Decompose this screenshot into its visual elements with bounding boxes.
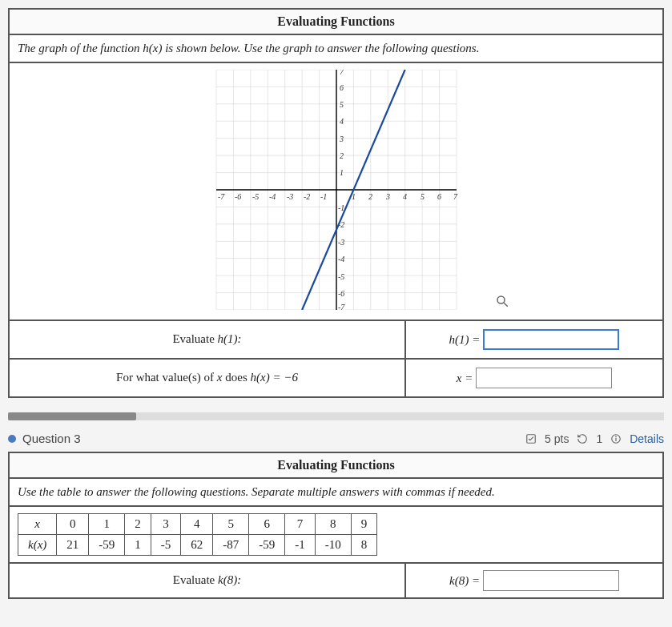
function-graph: -7-6-5-4-3-2-1 1234567 7654321 -1-2-3-4-… bbox=[152, 70, 521, 310]
x-answer-input[interactable] bbox=[476, 368, 612, 388]
row-header-kx: k(x) bbox=[18, 535, 57, 556]
attempts-label: 1 bbox=[596, 432, 602, 445]
q3-panel: Evaluating Functions Use the table to an… bbox=[8, 452, 664, 599]
q3-eval-fn: k(8): bbox=[218, 573, 241, 586]
svg-text:-7: -7 bbox=[338, 303, 345, 310]
question-status-dot bbox=[8, 435, 16, 443]
svg-text:-6: -6 bbox=[235, 192, 241, 201]
k-cell: -10 bbox=[315, 535, 351, 556]
svg-text:-1: -1 bbox=[320, 192, 327, 201]
q3-eval-prompt: Evaluate k(8): bbox=[10, 564, 406, 597]
q3-eval-pre: Evaluate bbox=[173, 573, 218, 586]
check-square-icon bbox=[525, 433, 537, 444]
q2-row-evaluate-h1: Evaluate h(1): h(1) = bbox=[10, 321, 662, 360]
svg-text:5: 5 bbox=[421, 192, 425, 201]
svg-text:-3: -3 bbox=[287, 192, 293, 201]
q2-instr-fn: h(x) bbox=[143, 42, 162, 54]
q2-instruction: The graph of the function h(x) is shown … bbox=[10, 35, 662, 63]
k-cell: -59 bbox=[249, 535, 285, 556]
k-cell: 62 bbox=[181, 535, 213, 556]
k-cell: -1 bbox=[285, 535, 316, 556]
info-icon[interactable] bbox=[610, 433, 622, 444]
x-cell: 4 bbox=[181, 514, 213, 535]
q2-instr-pre: The graph of the function bbox=[18, 42, 143, 54]
x-cell: 1 bbox=[89, 514, 125, 535]
svg-text:-5: -5 bbox=[252, 192, 259, 201]
reset-icon[interactable] bbox=[577, 433, 588, 444]
kx-table-wrap: x 0 1 2 3 4 5 6 7 8 9 k(x) 21 -59 1 -5 6… bbox=[10, 513, 662, 556]
svg-text:1: 1 bbox=[340, 168, 344, 177]
x-cell: 2 bbox=[125, 514, 151, 535]
q2-title: Evaluating Functions bbox=[10, 10, 662, 35]
svg-text:2: 2 bbox=[340, 151, 344, 160]
q2-instr-post: is shown below. Use the graph to answer … bbox=[162, 42, 479, 54]
q2-row2-fn: h(x) = −6 bbox=[251, 371, 298, 384]
x-cell: 8 bbox=[315, 514, 351, 535]
row-header-x: x bbox=[18, 514, 57, 535]
graph-container: -7-6-5-4-3-2-1 1234567 7654321 -1-2-3-4-… bbox=[10, 63, 662, 321]
svg-text:-7: -7 bbox=[218, 192, 225, 201]
q2-row2-var: x bbox=[217, 371, 223, 384]
q2-row2-pre: For what value(s) of bbox=[116, 371, 217, 384]
question-3-label[interactable]: Question 3 bbox=[22, 432, 81, 445]
svg-point-67 bbox=[616, 436, 617, 436]
k-cell: 21 bbox=[57, 535, 89, 556]
x-cell: 9 bbox=[351, 514, 377, 535]
q2-row1-answer-cell: h(1) = bbox=[406, 321, 662, 358]
q3-title: Evaluating Functions bbox=[10, 453, 662, 479]
table-row: x 0 1 2 3 4 5 6 7 8 9 bbox=[18, 514, 377, 535]
svg-text:4: 4 bbox=[403, 192, 407, 201]
svg-text:6: 6 bbox=[340, 83, 344, 92]
k-cell: -87 bbox=[213, 535, 249, 556]
svg-text:-4: -4 bbox=[338, 255, 344, 263]
svg-text:4: 4 bbox=[340, 117, 344, 126]
q3-eval-answer-label: k(8) = bbox=[449, 574, 480, 588]
svg-text:7: 7 bbox=[453, 192, 458, 201]
x-cell: 6 bbox=[249, 514, 285, 535]
details-link[interactable]: Details bbox=[630, 432, 664, 445]
svg-text:3: 3 bbox=[339, 135, 344, 143]
svg-text:-3: -3 bbox=[338, 238, 344, 247]
svg-point-62 bbox=[497, 296, 505, 303]
q2-row1-pre: Evaluate bbox=[172, 332, 217, 345]
x-cell: 3 bbox=[151, 514, 181, 535]
h1-answer-input[interactable] bbox=[483, 329, 619, 350]
question-3-header: Question 3 5 pts 1 Details bbox=[8, 432, 664, 445]
k-cell: -59 bbox=[89, 535, 125, 556]
q2-row1-prompt: Evaluate h(1): bbox=[10, 321, 406, 358]
horizontal-scrollbar[interactable] bbox=[8, 412, 664, 420]
magnify-icon[interactable] bbox=[495, 294, 509, 308]
svg-text:5: 5 bbox=[340, 100, 344, 109]
q3-instruction: Use the table to answer the following qu… bbox=[10, 479, 662, 507]
q3-eval-answer-cell: k(8) = bbox=[406, 564, 662, 597]
q2-row1-answer-label: h(1) = bbox=[449, 333, 481, 347]
table-row: k(x) 21 -59 1 -5 62 -87 -59 -1 -10 8 bbox=[18, 535, 377, 556]
svg-text:6: 6 bbox=[437, 192, 441, 201]
q2-row2-answer-cell: x = bbox=[406, 360, 662, 396]
svg-text:-4: -4 bbox=[269, 192, 276, 201]
x-cell: 5 bbox=[213, 514, 249, 535]
q3-eval-row: Evaluate k(8): k(8) = bbox=[10, 562, 662, 597]
svg-text:3: 3 bbox=[385, 192, 390, 201]
q2-row1-fn: h(1): bbox=[218, 332, 242, 345]
q2-row2-answer-label: x = bbox=[457, 372, 473, 385]
k-cell: 1 bbox=[125, 535, 151, 556]
k8-answer-input[interactable] bbox=[483, 570, 619, 591]
svg-line-63 bbox=[504, 303, 508, 307]
svg-text:-2: -2 bbox=[304, 192, 310, 201]
x-cell: 7 bbox=[285, 514, 316, 535]
x-cell: 0 bbox=[57, 514, 89, 535]
kx-table: x 0 1 2 3 4 5 6 7 8 9 k(x) 21 -59 1 -5 6… bbox=[18, 513, 377, 556]
points-label: 5 pts bbox=[545, 432, 569, 445]
q2-row-solve-x: For what value(s) of x does h(x) = −6 x … bbox=[10, 360, 662, 396]
q2-row2-prompt: For what value(s) of x does h(x) = −6 bbox=[10, 360, 406, 396]
scroll-thumb[interactable] bbox=[8, 412, 136, 420]
svg-text:2: 2 bbox=[368, 192, 372, 201]
svg-text:-6: -6 bbox=[338, 289, 344, 298]
svg-text:-5: -5 bbox=[338, 272, 344, 281]
q2-row2-mid: does bbox=[223, 371, 251, 384]
k-cell: 8 bbox=[351, 535, 377, 556]
k-cell: -5 bbox=[151, 535, 181, 556]
q2-panel: Evaluating Functions The graph of the fu… bbox=[8, 8, 664, 398]
